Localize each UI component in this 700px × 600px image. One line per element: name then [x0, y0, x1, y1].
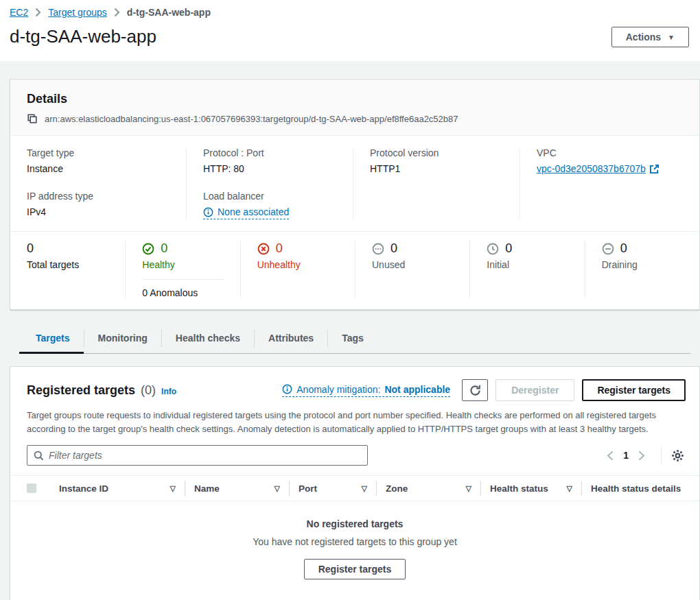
load-balancer-label: Load balancer — [203, 191, 342, 202]
protocol-version-label: Protocol version — [370, 147, 509, 158]
column-header-port[interactable]: Port ▽ — [290, 476, 376, 501]
target-group-arn: arn:aws:elasticloadbalancing:us-east-1:0… — [45, 114, 458, 124]
info-icon — [282, 384, 292, 394]
filter-targets-searchbox — [27, 445, 368, 466]
column-header-instance-id[interactable]: Instance ID ▽ — [50, 476, 185, 501]
copy-icon[interactable] — [27, 113, 38, 124]
anomaly-mitigation-value: Not applicable — [384, 384, 450, 395]
protocol-port-label: Protocol : Port — [203, 147, 342, 158]
targets-table-header: Instance ID ▽ Name ▽ Port ▽ Zone ▽ — [10, 475, 699, 501]
breadcrumb: EC2 Target groups d-tg-SAA-web-app — [10, 7, 689, 18]
load-balancer-value: None associated — [218, 206, 289, 217]
anomalous-count: 0 Anomalous — [142, 287, 230, 298]
total-targets-value: 0 — [27, 241, 34, 256]
sort-icon[interactable]: ▽ — [466, 484, 471, 493]
divider — [661, 446, 662, 464]
sort-icon[interactable]: ▽ — [275, 484, 280, 493]
next-page-button[interactable] — [632, 448, 651, 464]
status-draining-icon — [602, 243, 614, 255]
protocol-port-value: HTTP: 80 — [203, 163, 342, 174]
page: EC2 Target groups d-tg-SAA-web-app d-tg-… — [0, 0, 700, 600]
column-header-health-status[interactable]: Health status ▽ — [481, 476, 581, 501]
deregister-button[interactable]: Deregister — [495, 379, 574, 401]
tab-targets[interactable]: Targets — [19, 324, 84, 353]
registered-targets-card: Registered targets (0) Info Anomaly miti… — [10, 366, 700, 600]
details-card: Details arn:aws:elasticloadbalancing:us-… — [10, 79, 700, 310]
column-label: Health status details — [591, 483, 681, 494]
divider — [142, 279, 223, 280]
column-label: Health status — [490, 483, 548, 494]
refresh-button[interactable] — [462, 379, 488, 401]
table-settings-button[interactable] — [670, 448, 686, 464]
tab-bar: Targets Monitoring Health checks Attribu… — [19, 324, 690, 354]
unhealthy-value: 0 — [276, 241, 283, 256]
details-grid: Target type Instance IP address type IPv… — [10, 136, 699, 231]
healthy-value: 0 — [161, 241, 167, 256]
column-label: Instance ID — [59, 483, 108, 494]
stat-unhealthy: 0 Unhealthy — [240, 240, 355, 298]
info-link[interactable]: Info — [161, 387, 176, 396]
tab-tags[interactable]: Tags — [328, 324, 377, 353]
page-title: d-tg-SAA-web-app — [10, 26, 156, 47]
register-targets-button[interactable]: Register targets — [304, 559, 406, 579]
pagination: 1 — [600, 446, 686, 464]
column-header-health-status-details[interactable]: Health status details — [582, 476, 699, 501]
tab-health-checks[interactable]: Health checks — [162, 324, 254, 353]
target-status-summary: 0 Total targets 0 Healthy 0 Anomalous — [10, 231, 699, 309]
target-type-label: Target type — [27, 147, 175, 158]
stat-unused: 0 Unused — [355, 240, 469, 298]
tab-monitoring[interactable]: Monitoring — [84, 324, 161, 353]
ip-address-type-label: IP address type — [27, 191, 175, 202]
breadcrumb-link-ec2[interactable]: EC2 — [10, 7, 28, 18]
column-header-zone[interactable]: Zone ▽ — [377, 476, 480, 501]
status-unused-icon — [372, 243, 384, 255]
protocol-version-value: HTTP1 — [370, 163, 509, 174]
breadcrumb-link-target-groups[interactable]: Target groups — [48, 7, 107, 18]
actions-button[interactable]: Actions ▼ — [611, 27, 689, 47]
current-page-number[interactable]: 1 — [620, 450, 632, 461]
target-type-value: Instance — [27, 163, 175, 174]
chevron-left-icon — [607, 451, 614, 461]
chevron-right-icon — [638, 451, 645, 461]
sort-icon[interactable]: ▽ — [170, 484, 176, 493]
draining-value: 0 — [620, 241, 627, 256]
vpc-link[interactable]: vpc-0d3e2050837b6707b — [537, 163, 646, 174]
page-header: EC2 Target groups d-tg-SAA-web-app d-tg-… — [0, 0, 700, 61]
unhealthy-label: Unhealthy — [257, 259, 345, 270]
details-card-header: Details arn:aws:elasticloadbalancing:us-… — [10, 80, 699, 136]
sort-icon[interactable]: ▽ — [567, 484, 572, 493]
sort-icon[interactable]: ▽ — [362, 484, 367, 493]
tab-attributes[interactable]: Attributes — [255, 324, 327, 353]
previous-page-button[interactable] — [600, 448, 620, 464]
ip-address-type-value: IPv4 — [27, 206, 175, 217]
initial-value: 0 — [505, 241, 512, 256]
breadcrumb-current: d-tg-SAA-web-app — [127, 7, 211, 18]
empty-state-subtitle: You have not registered targets to this … — [10, 536, 699, 547]
registered-targets-count: (0) — [141, 383, 156, 398]
register-targets-button[interactable]: Register targets — [582, 379, 686, 401]
column-label: Zone — [386, 483, 408, 494]
main-content: Details arn:aws:elasticloadbalancing:us-… — [0, 61, 700, 600]
external-link-icon — [649, 164, 660, 174]
actions-button-label: Actions — [626, 32, 661, 43]
gear-icon — [671, 449, 684, 462]
registered-targets-description: Target groups route requests to individu… — [10, 401, 699, 436]
chevron-right-icon — [114, 8, 120, 17]
initial-label: Initial — [487, 259, 574, 270]
stat-draining: 0 Draining — [585, 240, 699, 298]
select-all-checkbox[interactable] — [27, 483, 36, 493]
unused-label: Unused — [372, 259, 460, 270]
filter-targets-input[interactable] — [49, 450, 361, 461]
empty-state-title: No registered targets — [10, 518, 699, 529]
column-header-name[interactable]: Name ▽ — [185, 476, 289, 501]
anomaly-mitigation-label: Anomaly mitigation: — [296, 384, 380, 395]
chevron-right-icon — [35, 8, 41, 17]
info-icon — [203, 207, 213, 217]
search-icon — [34, 451, 44, 461]
total-targets-label: Total targets — [27, 259, 115, 270]
stat-initial: 0 Initial — [469, 240, 584, 298]
anomaly-mitigation-link[interactable]: Anomaly mitigation: Not applicable — [282, 384, 450, 397]
caret-down-icon: ▼ — [668, 34, 675, 41]
stat-total-targets: 0 Total targets — [10, 240, 125, 298]
load-balancer-link[interactable]: None associated — [203, 206, 289, 219]
